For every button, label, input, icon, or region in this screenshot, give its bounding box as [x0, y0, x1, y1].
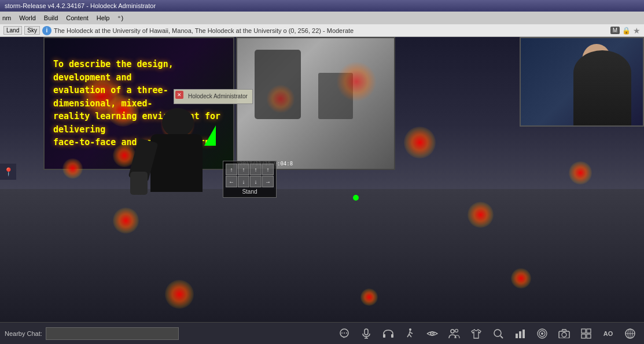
ao-label: AO	[603, 330, 613, 337]
avatar-body	[150, 134, 203, 192]
svg-rect-30	[582, 334, 586, 338]
globe-toolbar-icon[interactable]	[621, 324, 639, 343]
land-btn[interactable]: Land	[3, 26, 22, 35]
chart-toolbar-icon[interactable]	[511, 324, 529, 343]
camera-heat-1	[336, 61, 377, 102]
move-btn-8[interactable]: →	[262, 176, 274, 187]
tooltip-popup: ✕ Holodeck Administrator	[174, 89, 253, 104]
camera-feed: 2017/11/15 0:04:8	[237, 38, 394, 169]
svg-point-17	[455, 329, 458, 332]
move-btn-5[interactable]: ←	[226, 176, 237, 187]
chart-icon-svg	[515, 329, 525, 338]
title-text: storm-Release v4.4.2.34167 - Holodeck Ad…	[5, 2, 156, 9]
svg-rect-4	[365, 329, 368, 335]
shirt-icon-svg	[471, 328, 481, 339]
moderate-badge: M	[610, 27, 620, 34]
move-grid: ↑ ↑ ↑ ↑ ← ↓ ↓ →	[226, 164, 274, 187]
menu-build[interactable]: Build	[44, 14, 58, 21]
chat-input[interactable]	[46, 327, 179, 340]
webcam-feed	[521, 38, 643, 125]
grid-icon-svg	[581, 328, 591, 339]
headset-icon-svg	[383, 329, 393, 338]
ao-toolbar-button[interactable]: AO	[599, 324, 617, 343]
walk-toolbar-icon[interactable]	[401, 324, 419, 343]
move-btn-3[interactable]: ↑	[250, 164, 262, 175]
avatar	[142, 108, 211, 224]
target-icon-svg	[537, 328, 547, 339]
avatar-left-hand	[130, 172, 148, 195]
avatar-head	[162, 108, 194, 137]
eye-toolbar-icon[interactable]	[423, 324, 441, 343]
move-btn-7[interactable]: ↓	[250, 176, 262, 187]
camera-icon-svg	[558, 329, 570, 338]
green-indicator-dot	[353, 195, 359, 201]
browser-url: The Holodeck at the University of Hawaii…	[54, 27, 608, 34]
people-icon-svg	[448, 329, 460, 338]
grid-toolbar-icon[interactable]	[577, 324, 595, 343]
svg-rect-8	[391, 334, 393, 338]
scene-heat-7	[404, 127, 436, 158]
menu-plus[interactable]: ⁺)	[117, 14, 123, 22]
move-btn-2[interactable]: ↑	[238, 164, 249, 175]
search-icon-svg	[493, 328, 503, 339]
svg-line-12	[409, 334, 411, 337]
people-toolbar-icon[interactable]	[445, 324, 463, 343]
tooltip-text: Holodeck Administrator	[179, 93, 248, 101]
scene-heat-8	[569, 161, 592, 184]
search-toolbar-icon[interactable]	[489, 324, 507, 343]
chat-toolbar-icon[interactable]	[335, 324, 354, 343]
menu-world[interactable]: World	[19, 14, 36, 21]
eye-icon-svg	[426, 330, 438, 338]
svg-line-13	[410, 332, 413, 334]
svg-rect-29	[587, 329, 591, 333]
move-btn-1[interactable]: ↑	[226, 164, 237, 175]
bottom-toolbar: Nearby Chat:	[0, 322, 644, 344]
info-icon: i	[42, 26, 51, 35]
mic-icon-svg	[362, 328, 370, 339]
camera-toolbar-icon[interactable]	[555, 324, 573, 343]
svg-point-27	[562, 332, 566, 337]
svg-rect-21	[519, 331, 521, 338]
svg-point-16	[451, 330, 454, 333]
menu-help[interactable]: Help	[97, 14, 110, 21]
move-btn-6[interactable]: ↓	[238, 176, 249, 187]
svg-point-2	[344, 332, 345, 334]
walk-icon-svg	[406, 328, 414, 339]
camera-heat-2	[266, 84, 295, 113]
nearby-chat-label: Nearby Chat:	[5, 330, 42, 337]
svg-point-3	[346, 332, 347, 334]
3d-scene: To describe the design, development and …	[0, 37, 644, 328]
globe-icon-svg	[625, 328, 635, 339]
svg-line-11	[407, 334, 409, 337]
chat-icon-svg	[339, 328, 349, 339]
camera-panel: 2017/11/15 0:04:8	[236, 37, 395, 170]
stand-button[interactable]: Stand	[226, 188, 274, 195]
title-bar: storm-Release v4.4.2.34167 - Holodeck Ad…	[0, 0, 644, 12]
svg-point-1	[341, 332, 343, 334]
svg-rect-20	[516, 334, 518, 338]
sky-btn[interactable]: Sky	[24, 26, 40, 35]
webcam-person-body	[573, 50, 631, 125]
svg-point-9	[409, 328, 411, 331]
menu-nm[interactable]: nm	[2, 14, 11, 21]
menu-content[interactable]: Content	[66, 14, 89, 21]
svg-line-10	[409, 331, 410, 334]
svg-rect-22	[522, 330, 525, 338]
browser-bar: Land Sky i The Holodeck at the Universit…	[0, 24, 644, 37]
headset-toolbar-icon[interactable]	[379, 324, 398, 343]
location-pin-button[interactable]: 📍	[0, 164, 16, 180]
lock-icon: 🔒	[622, 27, 631, 35]
svg-point-15	[432, 332, 433, 334]
target-toolbar-icon[interactable]	[533, 324, 551, 343]
svg-point-18	[494, 330, 501, 336]
svg-rect-28	[582, 329, 586, 333]
svg-point-25	[541, 332, 543, 335]
shirt-toolbar-icon[interactable]	[467, 324, 485, 343]
mic-toolbar-icon[interactable]	[357, 324, 376, 343]
tooltip-close-button[interactable]: ✕	[175, 91, 183, 99]
movement-controls[interactable]: ↑ ↑ ↑ ↑ ← ↓ ↓ → Stand	[223, 161, 277, 198]
move-btn-4[interactable]: ↑	[262, 164, 274, 175]
menu-bar: nm World Build Content Help ⁺)	[0, 12, 644, 24]
star-icon[interactable]: ★	[633, 26, 641, 35]
scene-floor	[0, 189, 644, 328]
